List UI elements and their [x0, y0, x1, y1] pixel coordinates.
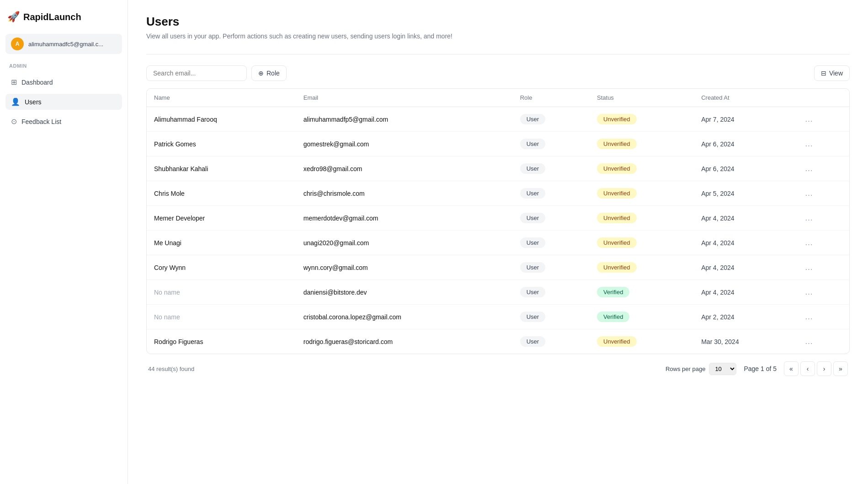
role-button-label: Role — [266, 70, 280, 77]
cell-name: Patrick Gomes — [147, 132, 296, 156]
search-input[interactable] — [146, 65, 247, 81]
cell-email: xedro98@gmail.com — [296, 156, 513, 181]
table-row: No name daniensi@bitstore.dev User Verif… — [147, 280, 849, 305]
page-description: View all users in your app. Perform acti… — [146, 32, 850, 41]
view-icon: ⊟ — [821, 70, 826, 77]
sidebar-item-feedback[interactable]: ⊙ Feedback List — [5, 113, 122, 129]
cell-role: User — [513, 206, 590, 231]
col-email: Email — [296, 89, 513, 107]
more-options-button[interactable]: … — [802, 237, 816, 248]
more-options-button[interactable]: … — [802, 286, 816, 298]
col-actions — [795, 89, 849, 107]
cell-name: Chris Mole — [147, 181, 296, 206]
avatar: A — [11, 38, 24, 50]
cell-status: Verified — [590, 305, 694, 329]
cell-name: Alimuhammad Farooq — [147, 107, 296, 132]
cell-role: User — [513, 280, 590, 305]
sidebar-item-label: Dashboard — [21, 79, 53, 86]
cell-created-at: Mar 30, 2024 — [694, 329, 794, 354]
cell-status: Unverified — [590, 255, 694, 280]
view-button-label: View — [829, 70, 843, 77]
cell-name: Rodrigo Figueras — [147, 329, 296, 354]
col-name: Name — [147, 89, 296, 107]
more-options-button[interactable]: … — [802, 212, 816, 224]
cell-name: Me Unagi — [147, 231, 296, 255]
cell-role: User — [513, 132, 590, 156]
page-info: Page 1 of 5 — [744, 365, 777, 372]
cell-role: User — [513, 231, 590, 255]
cell-actions: … — [795, 231, 849, 255]
rows-per-page-select[interactable]: 102050100 — [709, 363, 736, 375]
toolbar: ⊕ Role ⊟ View — [146, 65, 850, 81]
sidebar-item-dashboard[interactable]: ⊞ Dashboard — [5, 74, 122, 90]
cell-email: chris@chrismole.com — [296, 181, 513, 206]
col-role: Role — [513, 89, 590, 107]
table-row: Rodrigo Figueras rodrigo.figueras@storic… — [147, 329, 849, 354]
logo-icon: 🚀 — [7, 11, 20, 23]
more-options-button[interactable]: … — [802, 113, 816, 125]
next-page-button[interactable]: › — [817, 361, 831, 376]
table-row: Memer Developer memerdotdev@gmail.com Us… — [147, 206, 849, 231]
table-row: Chris Mole chris@chrismole.com User Unve… — [147, 181, 849, 206]
cell-actions: … — [795, 280, 849, 305]
more-options-button[interactable]: … — [802, 163, 816, 174]
role-filter-button[interactable]: ⊕ Role — [251, 65, 287, 81]
cell-name: No name — [147, 280, 296, 305]
sidebar: 🚀 RapidLaunch A alimuhammadfc5@gmail.c..… — [0, 0, 128, 484]
page-navigation: « ‹ › » — [784, 361, 848, 376]
cell-email: wynn.cory@gmail.com — [296, 255, 513, 280]
cell-email: gomestrek@gmail.com — [296, 132, 513, 156]
col-status: Status — [590, 89, 694, 107]
rows-per-page-label: Rows per page — [666, 366, 705, 372]
cell-name: No name — [147, 305, 296, 329]
user-pill[interactable]: A alimuhammadfc5@gmail.c... — [5, 34, 122, 54]
cell-status: Unverified — [590, 231, 694, 255]
users-table: Name Email Role Status Created At Alimuh… — [146, 88, 850, 354]
cell-actions: … — [795, 305, 849, 329]
cell-created-at: Apr 6, 2024 — [694, 156, 794, 181]
more-options-button[interactable]: … — [802, 138, 816, 150]
cell-email: daniensi@bitstore.dev — [296, 280, 513, 305]
cell-actions: … — [795, 156, 849, 181]
cell-email: unagi2020@gmail.com — [296, 231, 513, 255]
cell-status: Unverified — [590, 107, 694, 132]
cell-status: Unverified — [590, 329, 694, 354]
cell-status: Unverified — [590, 206, 694, 231]
cell-created-at: Apr 4, 2024 — [694, 206, 794, 231]
cell-role: User — [513, 156, 590, 181]
col-created-at: Created At — [694, 89, 794, 107]
cell-created-at: Apr 5, 2024 — [694, 181, 794, 206]
cell-name: Shubhankar Kahali — [147, 156, 296, 181]
table-row: No name cristobal.corona.lopez@gmail.com… — [147, 305, 849, 329]
more-options-button[interactable]: … — [802, 336, 816, 347]
prev-page-button[interactable]: ‹ — [800, 361, 815, 376]
pagination-bar: 44 result(s) found Rows per page 1020501… — [146, 354, 850, 378]
cell-created-at: Apr 4, 2024 — [694, 231, 794, 255]
first-page-button[interactable]: « — [784, 361, 799, 376]
view-button[interactable]: ⊟ View — [814, 65, 850, 81]
more-options-button[interactable]: … — [802, 311, 816, 323]
feedback-icon: ⊙ — [11, 117, 17, 126]
cell-status: Unverified — [590, 132, 694, 156]
more-options-button[interactable]: … — [802, 262, 816, 273]
page-title: Users — [146, 15, 850, 29]
cell-role: User — [513, 107, 590, 132]
cell-email: cristobal.corona.lopez@gmail.com — [296, 305, 513, 329]
sidebar-item-label: Users — [25, 98, 42, 106]
cell-created-at: Apr 2, 2024 — [694, 305, 794, 329]
cell-actions: … — [795, 107, 849, 132]
last-page-button[interactable]: » — [833, 361, 848, 376]
cell-email: memerdotdev@gmail.com — [296, 206, 513, 231]
cell-actions: … — [795, 181, 849, 206]
cell-status: Unverified — [590, 156, 694, 181]
cell-actions: … — [795, 132, 849, 156]
sidebar-item-users[interactable]: 👤 Users — [5, 94, 122, 110]
table-row: Shubhankar Kahali xedro98@gmail.com User… — [147, 156, 849, 181]
more-options-button[interactable]: … — [802, 188, 816, 199]
results-count: 44 result(s) found — [148, 366, 194, 372]
users-icon: 👤 — [11, 97, 20, 106]
logo: 🚀 RapidLaunch — [5, 7, 122, 30]
cell-status: Unverified — [590, 181, 694, 206]
cell-role: User — [513, 329, 590, 354]
admin-section-label: ADMIN — [5, 61, 122, 70]
